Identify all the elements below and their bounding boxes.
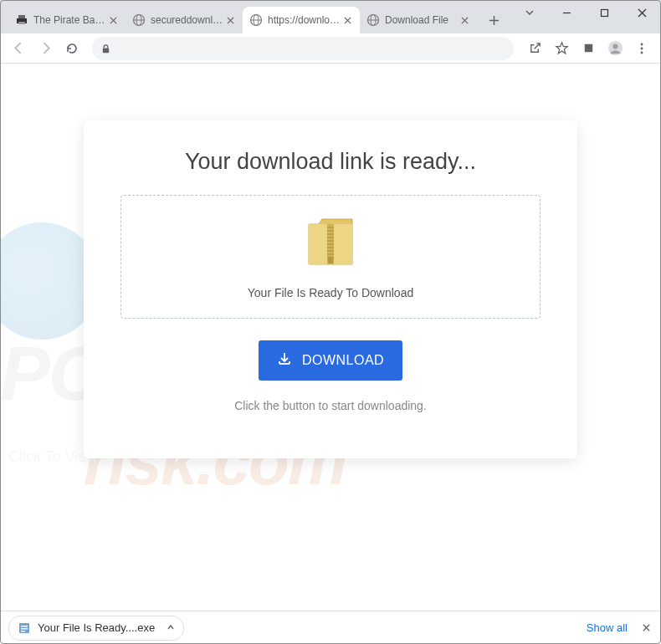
tab-title: Download File <box>385 14 459 26</box>
svg-point-17 <box>612 44 617 49</box>
download-card: Your download link is ready... <box>84 120 577 458</box>
close-icon[interactable] <box>107 14 119 26</box>
svg-rect-15 <box>584 44 592 52</box>
window-controls <box>510 0 661 25</box>
tab-download-active[interactable]: https://downloadi <box>243 7 360 33</box>
file-box: Your File Is Ready To Download <box>120 195 541 319</box>
tab-download-file[interactable]: Download File <box>360 7 477 33</box>
printer-favicon <box>15 13 28 27</box>
svg-point-20 <box>641 51 643 54</box>
maximize-button[interactable] <box>586 0 623 25</box>
close-icon[interactable] <box>224 14 236 26</box>
svg-rect-14 <box>103 48 109 53</box>
tab-title: The Pirate Bay - Th <box>33 14 107 26</box>
download-button[interactable]: DOWNLOAD <box>259 340 402 381</box>
globe-icon <box>366 13 380 27</box>
svg-point-19 <box>641 47 643 49</box>
download-bar: Your File Is Ready....exe Show all <box>0 611 661 644</box>
svg-rect-2 <box>18 22 25 24</box>
tab-title: https://downloadi <box>268 14 341 26</box>
zip-folder-icon <box>304 212 357 271</box>
file-ready-text: Your File Is Ready To Download <box>130 286 531 299</box>
svg-point-18 <box>641 43 643 45</box>
svg-rect-1 <box>18 15 25 18</box>
download-bar-close-icon[interactable] <box>639 621 653 635</box>
tab-title: secureddownload <box>151 14 224 26</box>
back-button[interactable] <box>7 37 30 60</box>
chevron-up-icon[interactable] <box>167 621 175 634</box>
tab-secureddownload[interactable]: secureddownload <box>126 7 243 33</box>
globe-icon <box>249 13 263 27</box>
browser-toolbar <box>0 33 661 64</box>
profile-button[interactable] <box>602 37 628 60</box>
download-button-label: DOWNLOAD <box>302 353 384 368</box>
download-item-name: Your File Is Ready....exe <box>38 621 155 634</box>
new-tab-button[interactable] <box>482 8 505 32</box>
window-dropdown-button[interactable] <box>510 0 548 25</box>
svg-rect-37 <box>21 626 28 627</box>
bookmark-star-button[interactable] <box>549 37 574 60</box>
window-close-button[interactable] <box>623 0 661 25</box>
svg-rect-38 <box>21 628 28 630</box>
svg-rect-13 <box>602 9 608 16</box>
svg-rect-32 <box>328 257 333 263</box>
page-heading: Your download link is ready... <box>120 149 541 175</box>
page-content: PC risk.com Click To View Your download … <box>0 64 661 611</box>
exe-file-icon <box>18 621 31 635</box>
globe-icon <box>132 13 146 27</box>
address-bar[interactable] <box>92 37 514 60</box>
menu-button[interactable] <box>629 37 654 60</box>
download-item[interactable]: Your File Is Ready....exe <box>8 616 184 641</box>
close-icon[interactable] <box>341 14 353 26</box>
forward-button[interactable] <box>33 37 57 60</box>
download-hint: Click the button to start downloading. <box>120 399 541 412</box>
extensions-button[interactable] <box>576 37 601 60</box>
share-button[interactable] <box>522 37 547 60</box>
download-icon <box>277 351 292 370</box>
show-all-link[interactable]: Show all <box>587 621 628 634</box>
minimize-button[interactable] <box>548 0 586 25</box>
lock-icon <box>100 43 112 54</box>
close-icon[interactable] <box>459 14 470 26</box>
reload-button[interactable] <box>60 37 84 60</box>
tab-pirate-bay[interactable]: The Pirate Bay - Th <box>8 7 126 33</box>
svg-rect-39 <box>21 631 25 632</box>
